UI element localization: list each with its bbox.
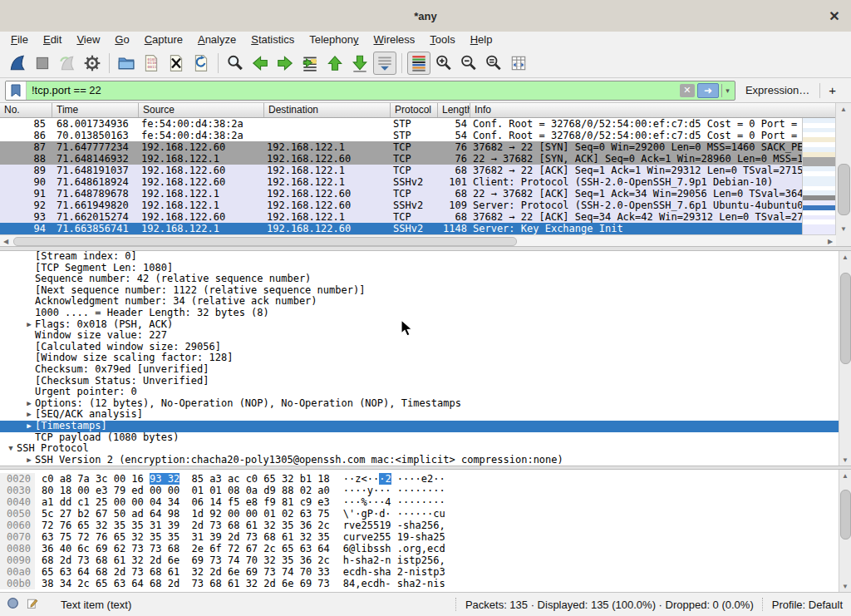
filter-apply-icon[interactable]: ➜	[697, 83, 719, 98]
details-vscrollbar[interactable]: ▲ ▼	[839, 251, 851, 466]
packet-row-89[interactable]: 8971.648191037192.168.122.60192.168.122.…	[0, 165, 836, 176]
hex-ascii[interactable]: 6@libssh .org,ecd	[343, 543, 445, 554]
expression-button[interactable]: Expression…	[735, 84, 819, 96]
hex-bytes[interactable]: 38 34 2c 65 63 64 68 2d 73 68 61 32 2d 6…	[42, 578, 330, 589]
go-to-packet-button[interactable]	[298, 52, 322, 75]
menu-help[interactable]: Help	[463, 32, 500, 48]
display-filter-field[interactable]: !tcp.port == 22 ✕ ➜ ▾	[5, 81, 735, 101]
detail-line[interactable]: Urgent pointer: 0	[0, 387, 851, 398]
go-first-packet-button[interactable]	[323, 52, 347, 75]
ascii-selected-bytes[interactable]: ·2	[379, 473, 391, 485]
menu-analyze[interactable]: Analyze	[190, 32, 243, 48]
column-header-protocol[interactable]: Protocol	[391, 103, 438, 117]
filter-dropdown-icon[interactable]: ▾	[721, 84, 733, 97]
colorize-packets-button[interactable]	[407, 52, 430, 75]
hex-bytes[interactable]: 36 40 6c 69 62 73 73 68 2e 6f 72 67 2c 6…	[42, 543, 330, 554]
resize-columns-button[interactable]	[507, 52, 530, 75]
menu-capture[interactable]: Capture	[137, 32, 190, 48]
menu-wireless[interactable]: Wireless	[366, 32, 423, 48]
packet-row-85[interactable]: 8568.001734936fe:54:00:d4:38:2aSTP54Conf…	[0, 118, 836, 130]
hex-ascii[interactable]: 84,ecdh- sha2-nis	[343, 578, 445, 589]
scroll-up-icon[interactable]: ▲	[839, 470, 851, 481]
detail-line[interactable]: 1000 .... = Header Length: 32 bytes (8)	[0, 308, 851, 319]
expander-collapsed-icon[interactable]: ▶	[23, 398, 35, 410]
hex-bytes[interactable]: 80 18 00 e3 79 ed 00 00 01 01 08 0a d9 8…	[42, 485, 330, 496]
close-file-button[interactable]	[165, 52, 188, 75]
zoom-out-button[interactable]	[457, 52, 480, 75]
column-header-time[interactable]: Time	[52, 103, 139, 117]
menu-tools[interactable]: Tools	[422, 32, 462, 48]
column-header-length[interactable]: Length	[438, 103, 470, 117]
hex-row-0090[interactable]: 009068 2d 73 68 61 32 2d 6e 69 73 74 70 …	[0, 554, 851, 566]
packet-row-91[interactable]: 9171.648789678192.168.122.1192.168.122.6…	[0, 188, 836, 200]
add-filter-button[interactable]: +	[820, 83, 846, 97]
hex-ascii[interactable]: ecdh-sha 2-nistp3	[343, 566, 445, 578]
packet-row-90[interactable]: 9071.648618924192.168.122.60192.168.122.…	[0, 176, 836, 188]
hex-bytes[interactable]: 72 76 65 32 35 35 31 39 2d 73 68 61 32 3…	[42, 520, 330, 531]
hex-ascii[interactable]: rve25519 -sha256,	[343, 520, 445, 531]
detail-line[interactable]: Checksum: 0x79ed [unverified]	[0, 364, 851, 376]
packet-row-86[interactable]: 8670.013850163fe:54:00:d4:38:2aSTP54Conf…	[0, 130, 836, 141]
column-header-destination[interactable]: Destination	[264, 103, 391, 117]
hex-ascii[interactable]: ····y··· ········	[343, 485, 445, 496]
detail-line[interactable]: [Checksum Status: Unverified]	[0, 376, 851, 387]
menu-go[interactable]: Go	[107, 32, 136, 48]
filter-input[interactable]: !tcp.port == 22	[27, 84, 680, 96]
expander-collapsed-icon[interactable]: ▶	[23, 409, 35, 421]
scroll-down-icon[interactable]: ▼	[839, 580, 851, 592]
capture-comment-icon[interactable]	[26, 597, 39, 613]
detail-line[interactable]: ▶[Timestamps]	[0, 421, 851, 432]
stop-capture-button[interactable]	[31, 52, 54, 75]
hex-row-00b0[interactable]: 00b038 34 2c 65 63 64 68 2d 73 68 61 32 …	[0, 578, 851, 589]
detail-line[interactable]: Acknowledgment number: 34 (relative ack …	[0, 296, 851, 308]
save-file-button[interactable]: 010101100011	[140, 52, 163, 75]
packet-list-header[interactable]: No.TimeSourceDestinationProtocolLengthIn…	[0, 103, 836, 118]
expander-expanded-icon[interactable]: ▼	[5, 443, 17, 455]
hex-ascii[interactable]: ···%···4 ········	[343, 496, 445, 508]
scroll-down-icon[interactable]: ▼	[836, 223, 851, 234]
hex-bytes[interactable]: c0 a8 7a 3c 00 16 93 32 85 a3 ac c0 65 3…	[42, 473, 330, 485]
hex-ascii[interactable]: h-sha2-n istp256,	[343, 554, 445, 566]
hex-row-00a0[interactable]: 00a065 63 64 68 2d 73 68 61 32 2d 6e 69 …	[0, 566, 851, 578]
expander-collapsed-icon[interactable]: ▶	[23, 421, 35, 432]
go-back-button[interactable]	[248, 52, 272, 75]
scroll-right-icon[interactable]: ▶	[824, 235, 836, 247]
detail-line[interactable]: [Calculated window size: 29056]	[0, 342, 851, 353]
detail-line[interactable]: Sequence number: 42 (relative sequence n…	[0, 274, 851, 285]
menu-telephony[interactable]: Telephony	[302, 32, 366, 48]
expander-collapsed-icon[interactable]: ▶	[23, 319, 35, 331]
packet-list-hscrollbar[interactable]: ◀ ▶	[0, 234, 836, 247]
hex-bytes[interactable]: 63 75 72 76 65 32 35 35 31 39 2d 73 68 6…	[42, 531, 330, 543]
hex-row-0030[interactable]: 003080 18 00 e3 79 ed 00 00 01 01 08 0a …	[0, 485, 851, 496]
hex-ascii[interactable]: ··z<···2 ····e2··	[343, 473, 445, 485]
detail-line[interactable]: ▶SSH Version 2 (encryption:chacha20-poly…	[0, 455, 851, 466]
menu-view[interactable]: View	[69, 32, 107, 48]
menu-statistics[interactable]: Statistics	[243, 32, 302, 48]
start-capture-button[interactable]	[6, 52, 29, 75]
expander-collapsed-icon[interactable]: ▶	[23, 455, 35, 466]
detail-line[interactable]: [Stream index: 0]	[0, 251, 851, 263]
detail-line[interactable]: [Window size scaling factor: 128]	[0, 352, 851, 364]
packet-row-88[interactable]: 8871.648146932192.168.122.1192.168.122.6…	[0, 153, 836, 165]
detail-line[interactable]: ▶Flags: 0x018 (PSH, ACK)	[0, 319, 851, 331]
reload-file-button[interactable]	[189, 52, 213, 75]
column-header-info[interactable]: Info	[470, 103, 836, 117]
detail-line[interactable]: TCP payload (1080 bytes)	[0, 432, 851, 444]
find-packet-button[interactable]	[224, 52, 247, 75]
vscroll-thumb[interactable]	[838, 164, 850, 215]
hex-ascii[interactable]: curve255 19-sha25	[343, 531, 445, 543]
hex-selected-bytes[interactable]: 93 32	[150, 473, 180, 485]
menu-file[interactable]: File	[3, 32, 36, 48]
column-header-source[interactable]: Source	[139, 103, 264, 117]
packet-list-minimap[interactable]	[802, 118, 836, 234]
detail-line[interactable]: ▼SSH Protocol	[0, 443, 851, 455]
scroll-down-icon[interactable]: ▼	[839, 454, 851, 466]
hex-ascii[interactable]: \'·gP·d· ······cu	[343, 508, 445, 520]
detail-line[interactable]: [TCP Segment Len: 1080]	[0, 263, 851, 274]
hex-row-0020[interactable]: 0020c0 a8 7a 3c 00 16 93 32 85 a3 ac c0 …	[0, 473, 851, 485]
detail-line[interactable]: ▶Options: (12 bytes), No-Operation (NOP)…	[0, 398, 851, 410]
title-bar[interactable]: *any ✕	[0, 0, 851, 32]
packet-row-93[interactable]: 9371.662015274192.168.122.60192.168.122.…	[0, 211, 836, 223]
restart-capture-button[interactable]	[56, 52, 79, 75]
filter-bookmark-icon[interactable]	[6, 81, 27, 100]
